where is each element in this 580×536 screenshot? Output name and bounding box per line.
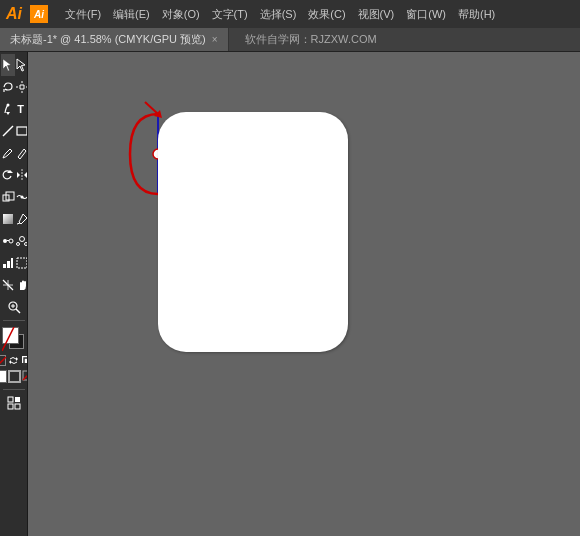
svg-marker-2 xyxy=(3,59,11,71)
fill-stroke-controls xyxy=(0,370,28,383)
document-tab[interactable]: 未标题-1* @ 41.58% (CMYK/GPU 预览) × xyxy=(0,28,229,51)
svg-point-23 xyxy=(3,239,7,243)
svg-line-53 xyxy=(145,102,158,114)
svg-text:Ai: Ai xyxy=(33,9,44,20)
menu-help[interactable]: 帮助(H) xyxy=(453,5,500,24)
color-section xyxy=(0,323,28,387)
shape-tools-group xyxy=(1,120,27,142)
slice-tools-group xyxy=(1,274,27,296)
warp-tool[interactable] xyxy=(15,186,29,208)
blend-tool[interactable] xyxy=(1,230,15,252)
svg-line-36 xyxy=(16,309,20,313)
color-boxes[interactable] xyxy=(2,327,26,351)
menu-window[interactable]: 窗口(W) xyxy=(401,5,451,24)
graph-tools-group xyxy=(1,252,27,274)
transform-tools-group xyxy=(1,164,27,186)
paintbrush-tool[interactable] xyxy=(1,142,15,164)
mug-body xyxy=(158,112,348,352)
svg-rect-31 xyxy=(17,258,27,268)
svg-line-40 xyxy=(0,357,6,366)
svg-rect-28 xyxy=(3,264,6,268)
lasso-tool[interactable] xyxy=(1,76,15,98)
lasso-tools-group xyxy=(1,76,27,98)
type-tool[interactable]: T xyxy=(15,98,27,120)
default-colors-button[interactable] xyxy=(21,355,28,366)
color-tools-group xyxy=(1,208,27,230)
svg-marker-17 xyxy=(24,172,27,178)
color-controls xyxy=(0,355,28,366)
fill-selector[interactable] xyxy=(0,370,7,383)
app-icon: Ai xyxy=(30,5,48,23)
svg-marker-41 xyxy=(16,357,18,361)
svg-marker-16 xyxy=(17,172,20,178)
app-logo: Ai xyxy=(6,5,22,23)
pencil-tool[interactable] xyxy=(15,142,29,164)
menu-file[interactable]: 文件(F) xyxy=(60,5,106,24)
svg-point-27 xyxy=(24,243,27,246)
menu-bar: 文件(F) 编辑(E) 对象(O) 文字(T) 选择(S) 效果(C) 视图(V… xyxy=(60,5,500,24)
svg-point-26 xyxy=(16,243,19,246)
scale-tool[interactable] xyxy=(1,186,15,208)
menu-edit[interactable]: 编辑(E) xyxy=(108,5,155,24)
svg-marker-3 xyxy=(17,59,25,71)
direct-selection-tool[interactable] xyxy=(15,54,29,76)
gradient-tool[interactable] xyxy=(1,208,15,230)
toolbar-separator-2 xyxy=(3,389,25,390)
svg-point-25 xyxy=(19,237,24,242)
svg-marker-42 xyxy=(9,360,11,364)
magic-wand-tool[interactable] xyxy=(15,76,29,98)
left-toolbar: T xyxy=(0,52,28,536)
menu-effect[interactable]: 效果(C) xyxy=(303,5,350,24)
svg-rect-19 xyxy=(6,192,14,200)
svg-line-22 xyxy=(17,223,20,224)
symbol-sprayer[interactable] xyxy=(15,230,29,252)
rotate-tool[interactable] xyxy=(1,164,15,186)
watermark-text: 软件自学网：RJZXW.COM xyxy=(237,28,385,51)
toolbar-separator xyxy=(3,320,25,321)
rectangle-tool[interactable] xyxy=(15,120,29,142)
selection-tools-group xyxy=(1,54,27,76)
special-tools-group xyxy=(1,230,27,252)
menu-object[interactable]: 对象(O) xyxy=(157,5,205,24)
draw-tools-group xyxy=(1,142,27,164)
pen-tools-group: T xyxy=(1,98,27,120)
slice-tool[interactable] xyxy=(1,274,15,296)
reflect-tool[interactable] xyxy=(15,164,29,186)
scale-tools-group xyxy=(1,186,27,208)
svg-rect-50 xyxy=(15,404,20,409)
svg-line-12 xyxy=(3,126,13,136)
selection-tool[interactable] xyxy=(1,54,15,76)
menu-view[interactable]: 视图(V) xyxy=(353,5,400,24)
svg-rect-47 xyxy=(8,397,13,402)
svg-marker-9 xyxy=(20,85,24,89)
svg-rect-48 xyxy=(15,397,20,402)
menu-select[interactable]: 选择(S) xyxy=(255,5,302,24)
zoom-tool[interactable] xyxy=(1,296,27,318)
menu-text[interactable]: 文字(T) xyxy=(207,5,253,24)
title-bar: Ai Ai 文件(F) 编辑(E) 对象(O) 文字(T) 选择(S) 效果(C… xyxy=(0,0,580,28)
svg-marker-11 xyxy=(6,112,10,115)
column-graph-tool[interactable] xyxy=(1,252,15,274)
change-screen-mode-button[interactable] xyxy=(1,392,27,414)
artboard-tool[interactable] xyxy=(15,252,29,274)
main-content: T xyxy=(0,52,580,536)
canvas-area xyxy=(28,52,580,536)
svg-line-39 xyxy=(2,327,14,351)
svg-rect-49 xyxy=(8,404,13,409)
swap-colors-button[interactable] xyxy=(8,355,19,366)
svg-point-24 xyxy=(9,239,13,243)
line-tool[interactable] xyxy=(1,120,15,142)
svg-point-20 xyxy=(20,196,23,199)
eyedropper-tool[interactable] xyxy=(15,208,29,230)
tab-bar: 未标题-1* @ 41.58% (CMYK/GPU 预览) × 软件自学网：RJ… xyxy=(0,28,580,52)
svg-rect-30 xyxy=(11,258,13,268)
none-color-button[interactable] xyxy=(0,355,6,366)
tab-label: 未标题-1* @ 41.58% (CMYK/GPU 预览) xyxy=(10,32,206,47)
hand-tool[interactable] xyxy=(15,274,29,296)
svg-rect-29 xyxy=(7,261,10,268)
stroke-selector[interactable] xyxy=(8,370,21,383)
svg-rect-13 xyxy=(17,127,27,135)
svg-point-10 xyxy=(6,104,9,107)
pen-tool[interactable] xyxy=(1,98,15,120)
tab-close-button[interactable]: × xyxy=(212,34,218,45)
